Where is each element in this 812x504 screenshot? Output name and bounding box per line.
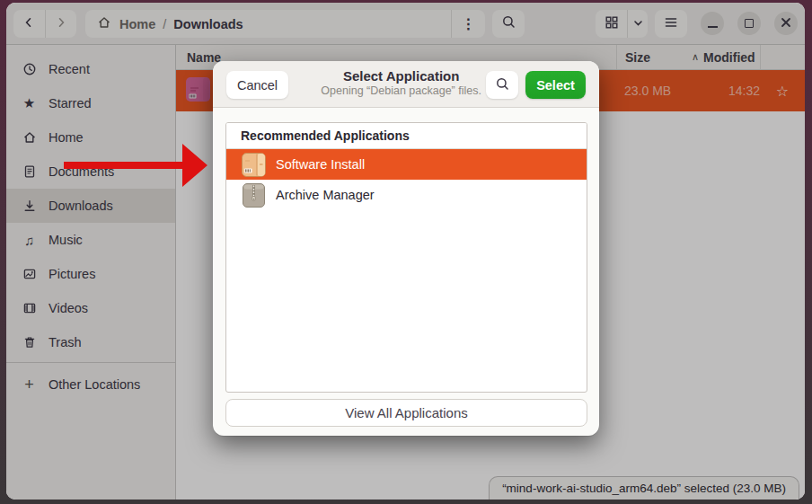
select-application-dialog: Cancel Select Application Opening “Debia… [213,61,599,436]
dialog-subtitle: Opening “Debian package” files. [321,84,481,97]
dialog-body: Recommended Applications Software Instal… [213,108,599,393]
app-row-software-install[interactable]: Software Install [226,149,587,180]
dialog-header: Cancel Select Application Opening “Debia… [213,61,599,108]
cancel-button[interactable]: Cancel [226,71,288,99]
search-icon [495,76,510,94]
app-name: Archive Manager [276,188,375,202]
archive-manager-icon [242,183,266,208]
dialog-title: Select Application [321,68,481,84]
view-all-applications-button[interactable]: View All Applications [225,399,587,427]
dialog-titlebox: Select Application Opening “Debian packa… [321,68,481,97]
application-list: Recommended Applications Software Instal… [225,122,587,393]
app-row-archive-manager[interactable]: Archive Manager [226,180,587,210]
dialog-search-button[interactable] [486,71,518,99]
software-install-icon [242,153,266,177]
recommended-applications-header: Recommended Applications [226,123,587,149]
app-name: Software Install [276,157,365,172]
select-button[interactable]: Select [525,71,586,99]
